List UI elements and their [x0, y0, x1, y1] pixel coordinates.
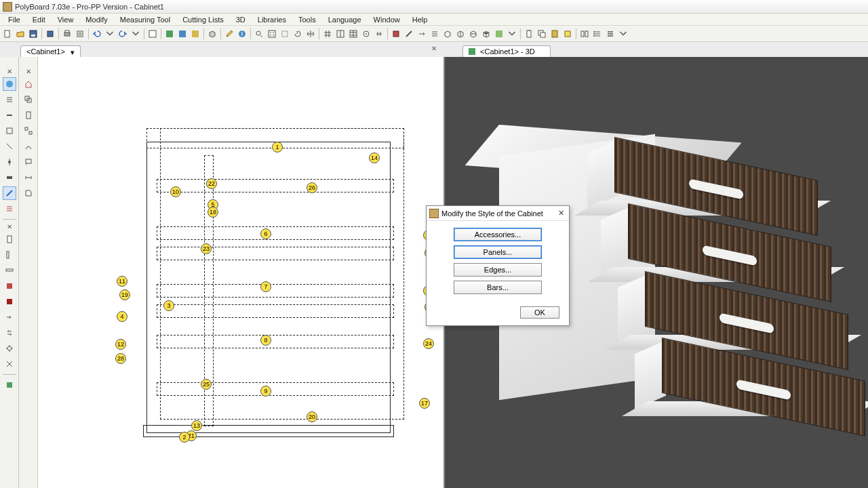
- tb-zoom-win[interactable]: [279, 28, 291, 40]
- menu-3d[interactable]: 3D: [231, 15, 251, 24]
- tab-close-x[interactable]: ✕: [431, 45, 437, 52]
- tool-ext[interactable]: [3, 357, 16, 371]
- dialog-close-button[interactable]: ✕: [555, 208, 566, 219]
- tb-layer-g[interactable]: [163, 28, 176, 40]
- tb-m1[interactable]: [390, 28, 402, 40]
- tb-zoom-fit[interactable]: [266, 28, 278, 40]
- tab-cabinet-2d[interactable]: <Cabinet1> ▾: [20, 45, 81, 57]
- tool2-group[interactable]: [22, 124, 35, 138]
- tb-p1d[interactable]: [506, 28, 518, 40]
- toolbox2-close[interactable]: ✕: [26, 68, 31, 75]
- menu-help[interactable]: Help: [407, 15, 433, 24]
- tab-dropdown-icon[interactable]: ▾: [71, 48, 77, 55]
- tb-save-all[interactable]: [44, 28, 56, 40]
- tb-snap[interactable]: [360, 28, 372, 40]
- menu-window[interactable]: Window: [368, 15, 406, 24]
- tb-align[interactable]: [578, 28, 591, 40]
- tb-3d[interactable]: [206, 28, 218, 40]
- tb-open[interactable]: [14, 28, 26, 40]
- ok-button[interactable]: OK: [520, 306, 559, 319]
- menu-file[interactable]: File: [3, 15, 26, 24]
- tab-cabinet-3d[interactable]: <Cabinet1> - 3D: [462, 45, 551, 57]
- tool-view[interactable]: [3, 171, 16, 184]
- toolbox1-close2[interactable]: ✕: [7, 223, 12, 230]
- tool-color-blue[interactable]: [3, 186, 16, 200]
- tb-undo[interactable]: [91, 28, 103, 40]
- tb-div[interactable]: [334, 28, 347, 40]
- tb-menu-drop[interactable]: [617, 28, 629, 40]
- menu-tools[interactable]: Tools: [293, 15, 321, 24]
- panels-button[interactable]: Panels...: [454, 245, 542, 259]
- menu-measuring[interactable]: Measuring Tool: [115, 15, 176, 24]
- tool2-doc[interactable]: [22, 108, 35, 122]
- edges-button[interactable]: Edges...: [454, 263, 542, 277]
- tb-rotate[interactable]: [292, 28, 304, 40]
- tb-mode-a[interactable]: [146, 28, 159, 40]
- tb-new[interactable]: [1, 28, 14, 40]
- tool2-curve[interactable]: [22, 140, 35, 153]
- dialog-titlebar[interactable]: Modify the Style of the Cabinet ✕: [427, 206, 569, 221]
- tool-pointer[interactable]: [3, 77, 16, 91]
- tb-menu[interactable]: [604, 28, 616, 40]
- menu-libraries[interactable]: Libraries: [252, 15, 292, 24]
- tool-arrow[interactable]: [3, 310, 16, 324]
- tb-table[interactable]: [347, 28, 359, 40]
- tb-b2[interactable]: [454, 28, 467, 40]
- tb-note[interactable]: [561, 28, 574, 40]
- tb-b3[interactable]: [467, 28, 479, 40]
- tool-text[interactable]: [3, 140, 16, 153]
- tb-b1[interactable]: [441, 28, 454, 40]
- tb-preview[interactable]: [74, 28, 86, 40]
- tb-constraint[interactable]: [373, 28, 385, 40]
- tb-copy[interactable]: [536, 28, 548, 40]
- tb-info[interactable]: i: [236, 28, 248, 40]
- tool-fill-b[interactable]: [3, 295, 16, 308]
- tool-gear[interactable]: [3, 342, 16, 355]
- tb-redo[interactable]: [117, 28, 129, 40]
- bars-button[interactable]: Bars...: [454, 281, 542, 294]
- tool2-copy[interactable]: [22, 93, 35, 106]
- tool-panel[interactable]: [3, 124, 16, 138]
- tool2-dim[interactable]: [22, 171, 35, 184]
- tb-layer-y[interactable]: [189, 28, 201, 40]
- menu-modify[interactable]: Modify: [80, 15, 113, 24]
- tb-clip[interactable]: [523, 28, 535, 40]
- tb-m3[interactable]: [416, 28, 428, 40]
- tool-swap[interactable]: [3, 326, 16, 340]
- tb-pencil[interactable]: [223, 28, 235, 40]
- tb-list[interactable]: [591, 28, 604, 40]
- tool-ph[interactable]: [3, 264, 16, 277]
- tb-zoom[interactable]: [253, 28, 265, 40]
- tb-b4[interactable]: [480, 28, 492, 40]
- tb-paste[interactable]: [549, 28, 561, 40]
- tool-fill-a[interactable]: [3, 279, 16, 293]
- tool-color-lines[interactable]: [3, 202, 16, 216]
- tool-pv[interactable]: [3, 248, 16, 262]
- accessories-button[interactable]: Accessories...: [454, 228, 542, 241]
- menu-cutting[interactable]: Cutting Lists: [177, 15, 229, 24]
- viewport-2d[interactable]: 1 14 22 5 26 10 18 6 15 23 27 19 3 7 16 …: [38, 57, 445, 488]
- menu-edit[interactable]: Edit: [27, 15, 51, 24]
- tool2-home[interactable]: [22, 77, 35, 91]
- tb-p1[interactable]: [493, 28, 505, 40]
- tb-pan[interactable]: [304, 28, 317, 40]
- tb-print[interactable]: [61, 28, 73, 40]
- tb-grid[interactable]: [321, 28, 334, 40]
- tb-layer-b[interactable]: [176, 28, 189, 40]
- tb-redo-drop[interactable]: [130, 28, 142, 40]
- tb-undo-drop[interactable]: [104, 28, 116, 40]
- toolbox1-close[interactable]: ✕: [7, 68, 12, 75]
- tool-green[interactable]: [3, 378, 16, 392]
- tool2-label[interactable]: [22, 186, 35, 200]
- badge-11: 11: [117, 276, 127, 287]
- tb-m4[interactable]: [429, 28, 441, 40]
- tool-rect[interactable]: [3, 108, 16, 122]
- tool-join[interactable]: [3, 155, 16, 169]
- tb-m2[interactable]: [403, 28, 415, 40]
- menu-language[interactable]: Language: [323, 15, 367, 24]
- tb-save[interactable]: [27, 28, 39, 40]
- tool-line[interactable]: [3, 93, 16, 106]
- tool2-note[interactable]: [22, 155, 35, 169]
- menu-view[interactable]: View: [52, 15, 79, 24]
- tool-doc2[interactable]: [3, 232, 16, 246]
